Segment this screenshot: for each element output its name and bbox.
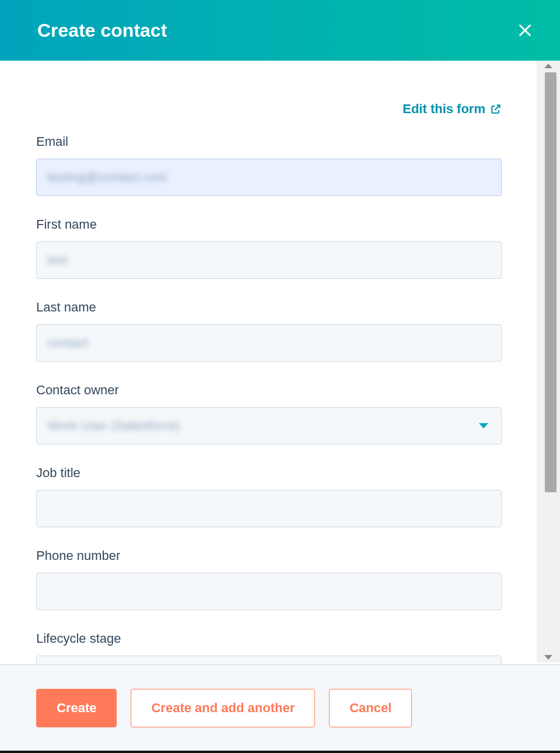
scroll-down-arrow-icon	[544, 655, 552, 660]
phone-input[interactable]	[36, 573, 502, 610]
chevron-down-icon	[479, 423, 488, 429]
bottom-divider	[0, 751, 560, 753]
first-name-value: test	[47, 253, 68, 268]
cancel-button-label: Cancel	[349, 701, 391, 716]
email-value: testing@contact.com	[47, 170, 167, 185]
create-button-label: Create	[57, 701, 96, 716]
first-name-label: First name	[36, 217, 502, 232]
create-button[interactable]: Create	[36, 689, 117, 727]
edit-form-link[interactable]: Edit this form	[402, 101, 502, 117]
email-input[interactable]: testing@contact.com	[36, 159, 502, 196]
create-and-add-another-button[interactable]: Create and add another	[131, 689, 315, 727]
scroll-up-arrow-icon	[544, 64, 552, 68]
last-name-value: contact	[47, 335, 89, 351]
scrollbar-thumb[interactable]	[545, 72, 556, 492]
phone-label: Phone number	[36, 548, 502, 563]
create-another-label: Create and add another	[151, 701, 295, 716]
lifecycle-select[interactable]	[36, 656, 502, 664]
modal-footer: Create Create and add another Cancel	[0, 664, 560, 751]
contact-owner-label: Contact owner	[36, 383, 502, 398]
job-title-label: Job title	[36, 465, 502, 481]
edit-form-link-label: Edit this form	[402, 101, 485, 117]
cancel-button[interactable]: Cancel	[329, 689, 412, 727]
modal-header: Create contact	[0, 0, 560, 61]
email-label: Email	[36, 134, 502, 149]
last-name-input[interactable]: contact	[36, 324, 502, 362]
last-name-label: Last name	[36, 300, 502, 315]
scrollbar[interactable]	[537, 61, 560, 663]
first-name-input[interactable]: test	[36, 241, 502, 279]
modal-title: Create contact	[37, 20, 167, 41]
external-link-icon	[490, 103, 502, 115]
close-icon	[517, 22, 533, 38]
contact-owner-select[interactable]: Work User (Salesforce)	[36, 407, 502, 444]
lifecycle-label: Lifecycle stage	[36, 631, 502, 646]
job-title-input[interactable]	[36, 490, 502, 527]
contact-owner-value: Work User (Salesforce)	[47, 418, 180, 433]
form-scroll-area: Edit this form Email testing@contact.com…	[0, 61, 560, 664]
close-button[interactable]	[516, 21, 534, 40]
